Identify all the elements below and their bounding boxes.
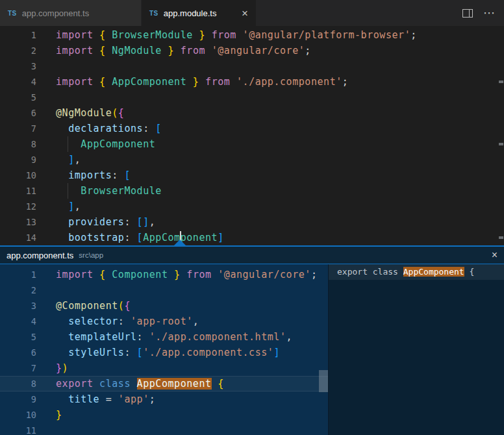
overview-ruler-mark [499,143,503,145]
code-text: }) [36,360,68,376]
code-line[interactable]: 9 ], [0,152,504,168]
line-number[interactable]: 4 [0,314,36,329]
peek-close-icon[interactable]: × [492,250,498,260]
indent-guide [68,136,68,152]
line-number[interactable]: 14 [0,230,36,245]
code-text: @NgModule({ [36,105,124,121]
close-tab-icon[interactable]: × [242,8,248,19]
reference-item[interactable]: export class AppComponent { [329,264,504,280]
code-line[interactable]: 3@Component({ [0,298,328,314]
code-text: import { AppComponent } from './app.comp… [36,74,348,90]
line-number[interactable]: 3 [0,58,36,74]
code-text: title = 'app'; [36,392,155,407]
tab-label: app.module.ts [164,8,217,18]
code-line[interactable]: 11 [0,423,328,435]
line-number[interactable]: 1 [0,27,36,43]
peek-results-list: export class AppComponent { [328,264,504,435]
code-text: styleUrls: ['./app.component.css'] [36,345,280,360]
code-text: } [36,407,62,423]
line-number[interactable]: 5 [0,90,36,105]
line-number[interactable]: 11 [0,183,36,199]
code-line[interactable]: 3 [0,58,504,74]
peek-file-path: src\app [79,251,103,259]
code-line[interactable]: 14 bootstrap: [AppComponent] [0,230,504,245]
code-text [36,90,56,105]
code-line[interactable]: 7}) [0,360,328,376]
code-line[interactable]: 2import { NgModule } from '@angular/core… [0,43,504,58]
line-number[interactable]: 5 [0,329,36,345]
code-text: @Component({ [36,298,131,314]
tab-app-component-ts[interactable]: TS app.component.ts [0,0,142,26]
line-number[interactable]: 7 [0,360,36,376]
peek-arrow [174,240,186,245]
code-text: providers: [], [36,214,155,230]
code-text: BrowserModule [36,183,162,199]
code-line[interactable]: 10} [0,407,328,423]
code-text: templateUrl: './app.component.html', [36,329,292,345]
code-line[interactable]: 6 styleUrls: ['./app.component.css'] [0,345,328,360]
peek-body: 1import { Component } from '@angular/cor… [0,264,504,435]
code-line[interactable]: 1import { BrowserModule } from '@angular… [0,27,504,43]
code-line[interactable]: 8 AppComponent [0,136,504,152]
line-number[interactable]: 4 [0,74,36,90]
code-line[interactable]: 7 declarations: [ [0,121,504,136]
code-text: declarations: [ [36,121,162,136]
code-line[interactable]: 9 title = 'app'; [0,392,328,407]
line-number[interactable]: 3 [0,298,36,314]
line-number[interactable]: 2 [0,43,36,58]
code-text: ], [36,152,81,168]
code-line[interactable]: 12 ], [0,199,504,214]
code-text [36,423,56,435]
line-number[interactable]: 13 [0,214,36,230]
code-text: bootstrap: [AppComponent] [36,230,224,245]
vscode-window: TS app.component.ts TS app.module.ts × ⋯… [0,0,504,435]
code-line[interactable]: 8export class AppComponent { [0,376,328,392]
line-number[interactable]: 6 [0,105,36,121]
peek-header[interactable]: app.component.ts src\app × [0,247,504,264]
code-text: selector: 'app-root', [36,314,199,329]
peek-title: app.component.ts [6,251,73,260]
tab-label: app.component.ts [22,8,89,18]
code-text [36,58,56,74]
line-number[interactable]: 1 [0,267,36,282]
overview-ruler-mark [499,236,503,239]
line-number[interactable]: 8 [0,376,36,392]
code-line[interactable]: 1import { Component } from '@angular/cor… [0,267,328,282]
code-text [36,282,56,298]
line-number[interactable]: 6 [0,345,36,360]
line-number[interactable]: 7 [0,121,36,136]
line-number[interactable]: 10 [0,168,36,183]
line-number[interactable]: 2 [0,282,36,298]
more-actions-icon[interactable]: ⋯ [483,7,495,19]
code-line[interactable]: 5 [0,90,504,105]
typescript-file-icon: TS [149,10,158,17]
line-number[interactable]: 8 [0,136,36,152]
peek-definition-widget: app.component.ts src\app × 1import { Com… [0,245,504,435]
code-line[interactable]: 4 selector: 'app-root', [0,314,328,329]
code-line[interactable]: 4import { AppComponent } from './app.com… [0,74,504,90]
tab-app-module-ts[interactable]: TS app.module.ts × [142,0,256,26]
code-text: import { NgModule } from '@angular/core'… [36,43,311,58]
code-text: import { BrowserModule } from '@angular/… [36,27,417,43]
overview-ruler-mark [499,81,503,83]
code-text: export class AppComponent { [36,376,224,392]
code-line[interactable]: 6@NgModule({ [0,105,504,121]
editor-actions: ⋯ [462,0,504,26]
code-line[interactable]: 5 templateUrl: './app.component.html', [0,329,328,345]
peek-scrollbar-thumb[interactable] [319,370,328,392]
line-number[interactable]: 10 [0,407,36,423]
line-number[interactable]: 11 [0,423,36,435]
split-editor-icon[interactable] [462,9,473,18]
line-number[interactable]: 9 [0,152,36,168]
line-number[interactable]: 9 [0,392,36,407]
code-text: imports: [ [36,168,131,183]
code-line[interactable]: 13 providers: [], [0,214,504,230]
code-line[interactable]: 10 imports: [ [0,168,504,183]
code-text: ], [36,199,81,214]
peek-editor[interactable]: 1import { Component } from '@angular/cor… [0,264,328,435]
tab-bar: TS app.component.ts TS app.module.ts × ⋯ [0,0,504,26]
code-line[interactable]: 11 BrowserModule [0,183,504,199]
line-number[interactable]: 12 [0,199,36,214]
code-line[interactable]: 2 [0,282,328,298]
main-editor[interactable]: 1import { BrowserModule } from '@angular… [0,26,504,245]
